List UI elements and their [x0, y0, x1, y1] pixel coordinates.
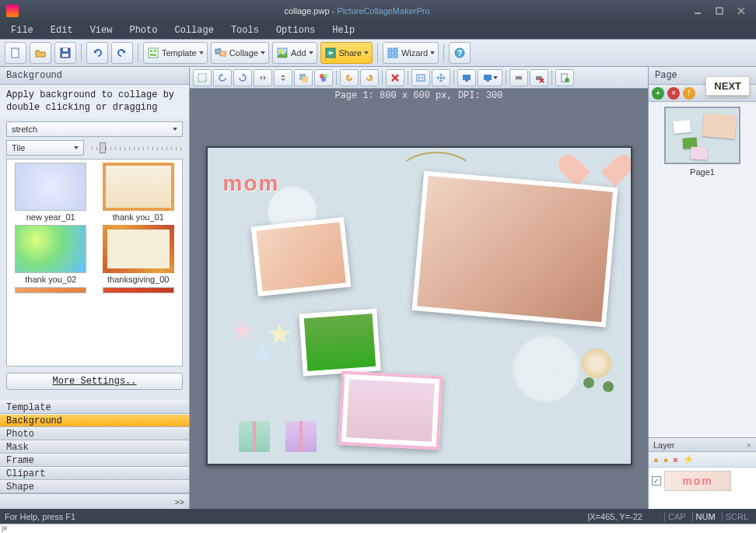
chevron-down-icon [199, 51, 204, 54]
print-button[interactable] [509, 69, 528, 86]
deco-text-mom[interactable]: mom [223, 171, 280, 196]
fit-mode-combo[interactable]: stretch [6, 121, 183, 137]
svg-rect-23 [302, 76, 308, 82]
wizard-button[interactable]: Wizard [383, 42, 439, 64]
rotate-right-button[interactable] [233, 69, 252, 86]
move-button[interactable] [432, 69, 450, 86]
export-button[interactable] [555, 69, 574, 86]
bg-thumb-extra2[interactable] [98, 287, 180, 293]
deco-rose[interactable] [582, 349, 611, 378]
layer-row-mom[interactable]: ✓ mom [652, 471, 753, 491]
rotate-left-button[interactable] [213, 69, 232, 86]
layer-delete-icon[interactable]: × [673, 455, 677, 465]
redo-button[interactable] [111, 42, 133, 64]
share-button[interactable]: Share [320, 42, 373, 64]
undo-button[interactable] [86, 42, 108, 64]
undo-canvas-button[interactable] [340, 69, 359, 86]
page-thumb-1[interactable]: Page1 [653, 107, 751, 177]
layer-thumb-mom: mom [664, 471, 731, 491]
accordion: Template Background Photo Mask Frame Cli… [0, 401, 189, 493]
svg-point-26 [321, 77, 326, 82]
menu-photo[interactable]: Photo [121, 23, 165, 38]
fit-button[interactable] [411, 69, 430, 86]
bg-thumb-thankyou02[interactable]: thank you_02 [10, 225, 92, 284]
close-button[interactable] [733, 4, 750, 18]
layer-list: ✓ mom [649, 468, 756, 509]
layer-panel-header: Layer × [649, 438, 756, 452]
menu-options[interactable]: Options [268, 23, 323, 38]
svg-point-13 [279, 50, 282, 53]
bg-thumb-newyear01[interactable]: new year_01 [10, 163, 92, 222]
collage-button[interactable]: Collage [211, 42, 269, 64]
acc-mask[interactable]: Mask [0, 440, 189, 454]
scrl-indicator: SCRL [722, 512, 751, 521]
photo-frame-1[interactable] [250, 217, 351, 296]
expand-icon: >> [174, 497, 184, 507]
deco-star-2[interactable] [250, 342, 274, 366]
chevron-down-icon [309, 51, 313, 54]
arrange-button[interactable] [294, 69, 313, 86]
minimize-button[interactable] [689, 4, 706, 18]
canvas-toolbar [190, 67, 648, 89]
menu-edit[interactable]: Edit [43, 23, 81, 38]
layer-close-icon[interactable]: × [747, 440, 751, 450]
bg-thumb-extra1[interactable] [10, 287, 92, 293]
maximize-button[interactable] [711, 4, 728, 18]
svg-rect-7 [150, 50, 152, 52]
acc-clipart[interactable]: Clipart [0, 467, 189, 480]
layer-visibility-checkbox[interactable]: ✓ [652, 476, 661, 486]
effects-button[interactable] [314, 69, 333, 86]
svg-rect-31 [486, 80, 489, 82]
menu-file[interactable]: File [3, 23, 41, 38]
deco-star-3[interactable] [268, 323, 292, 346]
svg-rect-1 [716, 8, 723, 14]
acc-background[interactable]: Background [0, 414, 189, 427]
left-panel: Background Apply background to collage b… [0, 67, 190, 509]
open-button[interactable] [30, 42, 51, 64]
bg-thumb-thankyou01[interactable]: thank you_01 [98, 163, 180, 222]
tile-mode-combo[interactable]: Tile [6, 140, 84, 156]
help-button[interactable]: ? [449, 42, 471, 64]
deco-gift-1[interactable] [239, 421, 270, 452]
photo-frame-large[interactable] [411, 170, 618, 327]
select-all-button[interactable] [193, 69, 212, 86]
menu-help[interactable]: Help [324, 23, 362, 38]
photo-frame-3[interactable] [338, 371, 443, 451]
redo-canvas-button[interactable] [360, 69, 379, 86]
page-remove-button[interactable]: × [667, 87, 680, 100]
acc-frame[interactable]: Frame [0, 454, 189, 467]
display-button[interactable] [457, 69, 476, 86]
flip-v-button[interactable] [274, 69, 292, 86]
acc-shape[interactable]: Shape [0, 480, 189, 493]
page-add-button[interactable]: + [652, 87, 664, 100]
page-warn-button[interactable]: ! [683, 87, 695, 100]
acc-template[interactable]: Template [0, 401, 189, 414]
collage-canvas[interactable]: mom [206, 146, 632, 465]
layer-lightning-icon[interactable]: ⚡ [683, 454, 694, 465]
menu-collage[interactable]: Collage [166, 23, 221, 38]
accordion-footer[interactable]: >> [0, 493, 189, 509]
next-button[interactable]: NEXT [705, 76, 750, 96]
acc-photo[interactable]: Photo [0, 427, 189, 440]
add-button[interactable]: Add [272, 42, 317, 64]
menu-tools[interactable]: Tools [223, 23, 267, 38]
layer-warn-icon[interactable]: ● [653, 455, 659, 465]
thumb-size-slider[interactable] [92, 142, 183, 153]
display-dropdown-button[interactable] [478, 69, 502, 86]
new-button[interactable] [5, 42, 26, 64]
svg-rect-18 [394, 54, 397, 58]
menu-view[interactable]: View [82, 23, 121, 38]
bg-thumb-thanksgiving00[interactable]: thanksgiving_00 [98, 225, 180, 284]
deco-star-1[interactable] [231, 319, 254, 342]
layer-info-icon[interactable]: ● [663, 455, 669, 465]
delete-button[interactable] [386, 69, 404, 86]
photo-frame-2[interactable] [299, 309, 380, 377]
window-title: collage.pwp - PictureCollageMakerPro [25, 5, 689, 16]
flip-h-button[interactable] [254, 69, 272, 86]
deco-gift-2[interactable] [285, 421, 317, 452]
more-settings-button[interactable]: More Settings.. [6, 373, 183, 390]
save-button[interactable] [54, 42, 76, 64]
template-button[interactable]: Template [143, 42, 208, 64]
cancel-print-button[interactable] [530, 69, 548, 86]
background-instruction: Apply background to collage by double cl… [0, 85, 189, 118]
